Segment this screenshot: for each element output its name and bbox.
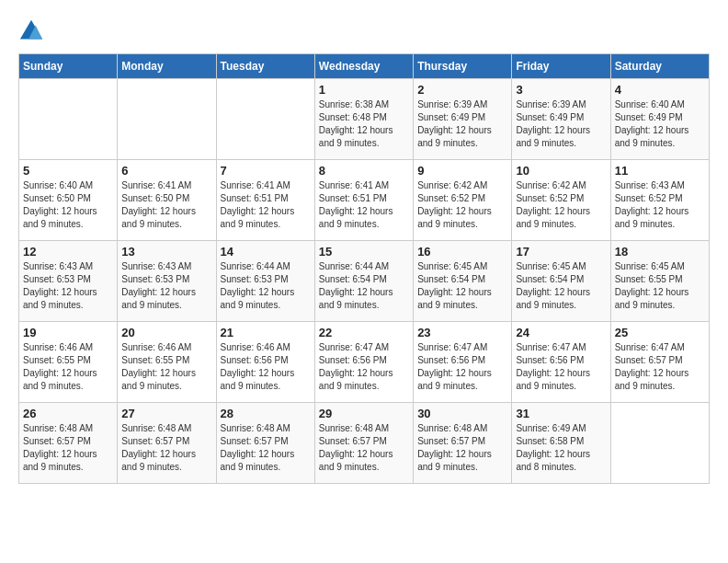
day-number: 30 (417, 407, 507, 420)
day-number: 17 (516, 245, 606, 259)
day-info: Sunrise: 6:47 AM Sunset: 6:56 PM Dayligh… (417, 341, 507, 393)
calendar-cell: 9Sunrise: 6:42 AM Sunset: 6:52 PM Daylig… (414, 160, 512, 241)
calendar-cell (610, 403, 709, 484)
day-number: 10 (516, 164, 606, 178)
day-number: 13 (121, 245, 211, 259)
day-number: 11 (615, 164, 705, 178)
calendar-cell (216, 79, 314, 160)
header-friday: Friday (512, 54, 610, 79)
day-number: 4 (615, 83, 705, 97)
day-number: 6 (121, 164, 211, 178)
calendar-cell: 23Sunrise: 6:47 AM Sunset: 6:56 PM Dayli… (414, 322, 512, 403)
day-info: Sunrise: 6:41 AM Sunset: 6:50 PM Dayligh… (121, 179, 211, 231)
day-number: 19 (23, 326, 113, 339)
day-number: 25 (615, 326, 705, 339)
day-number: 20 (121, 326, 211, 339)
calendar-cell: 13Sunrise: 6:43 AM Sunset: 6:53 PM Dayli… (118, 241, 216, 322)
day-number: 15 (319, 245, 409, 259)
calendar-cell: 11Sunrise: 6:43 AM Sunset: 6:52 PM Dayli… (610, 160, 709, 241)
day-info: Sunrise: 6:46 AM Sunset: 6:55 PM Dayligh… (23, 341, 113, 393)
day-number: 3 (516, 83, 606, 97)
day-number: 18 (615, 245, 705, 259)
calendar-cell: 15Sunrise: 6:44 AM Sunset: 6:54 PM Dayli… (314, 241, 413, 322)
calendar-cell: 24Sunrise: 6:47 AM Sunset: 6:56 PM Dayli… (512, 322, 610, 403)
calendar-cell: 22Sunrise: 6:47 AM Sunset: 6:56 PM Dayli… (314, 322, 413, 403)
day-number: 8 (319, 164, 409, 178)
calendar-cell: 21Sunrise: 6:46 AM Sunset: 6:56 PM Dayli… (216, 322, 314, 403)
day-number: 24 (516, 326, 606, 339)
day-number: 9 (417, 164, 507, 178)
day-info: Sunrise: 6:40 AM Sunset: 6:50 PM Dayligh… (23, 179, 113, 231)
calendar-cell (118, 79, 216, 160)
calendar-header-row: SundayMondayTuesdayWednesdayThursdayFrid… (19, 54, 710, 79)
calendar-cell: 2Sunrise: 6:39 AM Sunset: 6:49 PM Daylig… (414, 79, 512, 160)
day-info: Sunrise: 6:43 AM Sunset: 6:53 PM Dayligh… (23, 260, 113, 312)
day-info: Sunrise: 6:42 AM Sunset: 6:52 PM Dayligh… (516, 179, 606, 231)
day-info: Sunrise: 6:47 AM Sunset: 6:56 PM Dayligh… (319, 341, 409, 393)
day-number: 16 (417, 245, 507, 259)
page-header (18, 18, 710, 44)
day-info: Sunrise: 6:39 AM Sunset: 6:49 PM Dayligh… (417, 98, 507, 150)
day-info: Sunrise: 6:41 AM Sunset: 6:51 PM Dayligh… (319, 179, 409, 231)
day-number: 22 (319, 326, 409, 339)
calendar-cell: 16Sunrise: 6:45 AM Sunset: 6:54 PM Dayli… (414, 241, 512, 322)
day-info: Sunrise: 6:48 AM Sunset: 6:57 PM Dayligh… (121, 422, 211, 474)
day-info: Sunrise: 6:48 AM Sunset: 6:57 PM Dayligh… (23, 422, 113, 474)
day-number: 21 (221, 326, 311, 339)
day-info: Sunrise: 6:45 AM Sunset: 6:54 PM Dayligh… (417, 260, 507, 312)
day-info: Sunrise: 6:40 AM Sunset: 6:49 PM Dayligh… (615, 98, 705, 150)
calendar-cell: 26Sunrise: 6:48 AM Sunset: 6:57 PM Dayli… (19, 403, 118, 484)
day-info: Sunrise: 6:44 AM Sunset: 6:54 PM Dayligh… (319, 260, 409, 312)
calendar-cell (19, 79, 118, 160)
calendar-week-3: 12Sunrise: 6:43 AM Sunset: 6:53 PM Dayli… (19, 241, 710, 322)
day-info: Sunrise: 6:45 AM Sunset: 6:54 PM Dayligh… (516, 260, 606, 312)
day-info: Sunrise: 6:43 AM Sunset: 6:52 PM Dayligh… (615, 179, 705, 231)
calendar-week-1: 1Sunrise: 6:38 AM Sunset: 6:48 PM Daylig… (19, 79, 710, 160)
day-number: 2 (417, 83, 507, 97)
day-number: 29 (319, 407, 409, 420)
day-info: Sunrise: 6:48 AM Sunset: 6:57 PM Dayligh… (319, 422, 409, 474)
day-number: 28 (221, 407, 311, 420)
day-number: 31 (516, 407, 606, 420)
calendar-cell: 3Sunrise: 6:39 AM Sunset: 6:49 PM Daylig… (512, 79, 610, 160)
day-info: Sunrise: 6:48 AM Sunset: 6:57 PM Dayligh… (221, 422, 311, 474)
day-info: Sunrise: 6:44 AM Sunset: 6:53 PM Dayligh… (221, 260, 311, 312)
calendar-cell: 27Sunrise: 6:48 AM Sunset: 6:57 PM Dayli… (118, 403, 216, 484)
calendar-cell: 1Sunrise: 6:38 AM Sunset: 6:48 PM Daylig… (314, 79, 413, 160)
day-number: 7 (221, 164, 311, 178)
calendar-cell: 28Sunrise: 6:48 AM Sunset: 6:57 PM Dayli… (216, 403, 314, 484)
calendar-cell: 10Sunrise: 6:42 AM Sunset: 6:52 PM Dayli… (512, 160, 610, 241)
calendar-cell: 12Sunrise: 6:43 AM Sunset: 6:53 PM Dayli… (19, 241, 118, 322)
header-tuesday: Tuesday (216, 54, 314, 79)
header-monday: Monday (118, 54, 216, 79)
day-number: 1 (319, 83, 409, 97)
calendar-cell: 17Sunrise: 6:45 AM Sunset: 6:54 PM Dayli… (512, 241, 610, 322)
calendar-cell: 14Sunrise: 6:44 AM Sunset: 6:53 PM Dayli… (216, 241, 314, 322)
calendar-cell: 8Sunrise: 6:41 AM Sunset: 6:51 PM Daylig… (314, 160, 413, 241)
day-number: 5 (23, 164, 113, 178)
calendar-cell: 18Sunrise: 6:45 AM Sunset: 6:55 PM Dayli… (610, 241, 709, 322)
header-saturday: Saturday (610, 54, 709, 79)
calendar-cell: 7Sunrise: 6:41 AM Sunset: 6:51 PM Daylig… (216, 160, 314, 241)
day-info: Sunrise: 6:43 AM Sunset: 6:53 PM Dayligh… (121, 260, 211, 312)
day-info: Sunrise: 6:49 AM Sunset: 6:58 PM Dayligh… (516, 422, 606, 474)
calendar-cell: 30Sunrise: 6:48 AM Sunset: 6:57 PM Dayli… (414, 403, 512, 484)
calendar-cell: 25Sunrise: 6:47 AM Sunset: 6:57 PM Dayli… (610, 322, 709, 403)
day-number: 27 (121, 407, 211, 420)
logo-icon (18, 18, 44, 44)
logo (18, 18, 48, 44)
calendar-week-5: 26Sunrise: 6:48 AM Sunset: 6:57 PM Dayli… (19, 403, 710, 484)
day-info: Sunrise: 6:46 AM Sunset: 6:56 PM Dayligh… (221, 341, 311, 393)
calendar-cell: 6Sunrise: 6:41 AM Sunset: 6:50 PM Daylig… (118, 160, 216, 241)
calendar-week-2: 5Sunrise: 6:40 AM Sunset: 6:50 PM Daylig… (19, 160, 710, 241)
day-number: 14 (221, 245, 311, 259)
header-sunday: Sunday (19, 54, 118, 79)
calendar-cell: 5Sunrise: 6:40 AM Sunset: 6:50 PM Daylig… (19, 160, 118, 241)
calendar-cell: 31Sunrise: 6:49 AM Sunset: 6:58 PM Dayli… (512, 403, 610, 484)
day-info: Sunrise: 6:41 AM Sunset: 6:51 PM Dayligh… (221, 179, 311, 231)
calendar-cell: 4Sunrise: 6:40 AM Sunset: 6:49 PM Daylig… (610, 79, 709, 160)
calendar-cell: 19Sunrise: 6:46 AM Sunset: 6:55 PM Dayli… (19, 322, 118, 403)
calendar-cell: 20Sunrise: 6:46 AM Sunset: 6:55 PM Dayli… (118, 322, 216, 403)
day-info: Sunrise: 6:48 AM Sunset: 6:57 PM Dayligh… (417, 422, 507, 474)
day-info: Sunrise: 6:39 AM Sunset: 6:49 PM Dayligh… (516, 98, 606, 150)
